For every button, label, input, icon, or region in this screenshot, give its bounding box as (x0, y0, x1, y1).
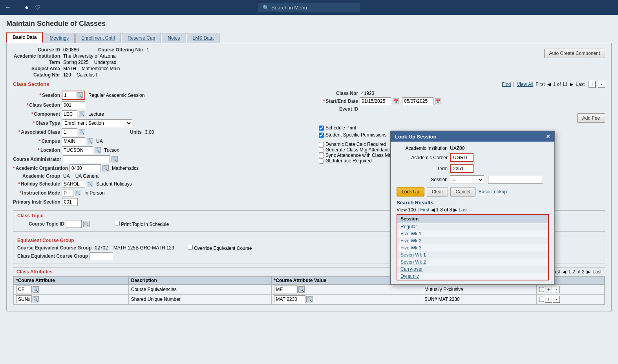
assoc-class-input[interactable] (62, 128, 77, 136)
tab-basic-data[interactable]: Basic Data (6, 32, 43, 43)
location-type: Tucson (104, 147, 119, 153)
start-date-input[interactable] (360, 97, 391, 105)
class-type-select[interactable]: Enrollment Section Non-Enrollment Sectio… (62, 119, 132, 127)
session-type: Regular Academic Session (88, 93, 144, 98)
primary-instr-input[interactable] (62, 198, 78, 206)
results-first[interactable]: First (420, 207, 429, 213)
term-type: Undergrad (94, 60, 117, 65)
holiday-lookup-icon[interactable]: 🔍 (87, 181, 93, 187)
sync-attendance-checkbox[interactable] (319, 153, 324, 158)
add-section-btn[interactable]: + (589, 81, 596, 88)
component-input[interactable] (62, 110, 77, 118)
result-link-6[interactable]: Carry-over (400, 266, 423, 272)
location-lookup-icon[interactable]: 🔍 (95, 147, 101, 153)
popup-close-icon[interactable]: ✕ (546, 133, 550, 140)
result-link-0[interactable]: Regular (400, 224, 417, 229)
component-lookup-icon[interactable]: 🔍 (79, 111, 85, 117)
session-lookup-icon[interactable]: 🔍 (77, 92, 83, 98)
academic-org-lookup-icon[interactable]: 🔍 (102, 165, 109, 171)
class-equiv-input[interactable] (90, 252, 113, 260)
override-equiv-checkbox[interactable] (188, 245, 193, 250)
attr-value-desc-1: SUN# MAT 2230 (422, 295, 537, 304)
tab-reserve-cap[interactable]: Reserve Cap (122, 33, 161, 43)
result-row-4[interactable]: Seven Wk 1 (397, 251, 548, 258)
attr-value-lookup-1[interactable]: 🔍 (306, 296, 313, 302)
attr-lookup-1[interactable]: 🔍 (33, 296, 39, 302)
course-admin-lookup-icon[interactable]: 🔍 (112, 156, 118, 162)
academic-org-input[interactable] (69, 164, 101, 172)
clear-btn[interactable]: Clear (427, 187, 448, 197)
cancel-btn[interactable]: Cancel (450, 187, 475, 197)
result-row-2[interactable]: Five Wk 2 (397, 237, 548, 244)
campus-lookup-icon[interactable]: 🔍 (87, 138, 93, 144)
remove-section-btn[interactable]: - (598, 81, 605, 88)
add-attr-btn-1[interactable]: + (545, 296, 552, 303)
popup-session-input[interactable] (488, 176, 543, 184)
schedule-print-checkbox[interactable] (319, 126, 324, 131)
result-link-7[interactable]: Dynamic (400, 273, 419, 279)
result-row-6[interactable]: Carry-over (397, 266, 548, 273)
start-date-calendar-icon[interactable]: 📅 (393, 98, 399, 104)
print-topic-checkbox[interactable] (115, 221, 120, 226)
remove-attr-btn-1[interactable]: - (553, 296, 560, 303)
add-attr-btn-0[interactable]: + (545, 286, 552, 293)
end-date-calendar-icon[interactable]: 📅 (435, 98, 441, 104)
class-type-label: Class Type (13, 120, 60, 126)
view-all-link[interactable]: View All (517, 82, 533, 87)
attr-value-desc-0: Mutually Exclusive (422, 285, 537, 295)
result-row-5[interactable]: Seven Wk 2 (397, 258, 548, 266)
generate-mtg-checkbox[interactable] (319, 147, 324, 153)
result-row-7[interactable]: Dynamic (397, 273, 548, 280)
attr-value-lookup-0[interactable]: 🔍 (298, 286, 305, 293)
attr-check-1[interactable] (539, 296, 544, 303)
course-admin-input[interactable] (63, 155, 110, 163)
instruction-mode-input[interactable] (62, 189, 73, 197)
session-label: Session (13, 93, 60, 98)
instruction-mode-lookup-icon[interactable]: 🔍 (75, 190, 81, 196)
attr-input-0[interactable] (16, 286, 32, 293)
result-row-3[interactable]: Five Wk 3 (397, 244, 548, 251)
tab-lms-data[interactable]: LMS Data (187, 33, 219, 43)
attr-page-info: 1-2 of 2 (569, 269, 585, 275)
result-link-2[interactable]: Five Wk 2 (400, 238, 421, 244)
lookup-btn[interactable]: Look Up (397, 187, 424, 197)
campus-input[interactable] (62, 137, 85, 145)
attr-value-input-1[interactable] (274, 295, 305, 303)
location-input[interactable] (62, 146, 93, 154)
result-link-3[interactable]: Five Wk 3 (400, 245, 421, 251)
tab-enrollment-cntrl[interactable]: Enrollment Cntrl (75, 33, 121, 43)
result-link-4[interactable]: Seven Wk 1 (400, 252, 426, 258)
popup-session-operator[interactable]: = begins with contains (450, 175, 484, 184)
remove-attr-btn-0[interactable]: - (553, 286, 560, 293)
topic-id-lookup-icon[interactable]: 🔍 (83, 221, 90, 227)
history-icon[interactable]: ● (25, 4, 29, 11)
holiday-input[interactable] (62, 180, 85, 188)
result-link-5[interactable]: Seven Wk 2 (400, 259, 426, 265)
result-row-0[interactable]: Regular (397, 223, 548, 230)
basic-lookup-btn[interactable]: Basic Lookup (478, 187, 508, 197)
result-link-1[interactable]: Five Wk 1 (400, 231, 421, 237)
topic-id-input[interactable] (66, 220, 82, 228)
attr-check-0[interactable] (539, 286, 544, 293)
back-icon[interactable]: ← (5, 4, 11, 11)
attr-input-1[interactable] (16, 295, 32, 303)
result-row-1[interactable]: Five Wk 1 (397, 230, 548, 237)
assoc-class-lookup-icon[interactable]: 🔍 (79, 129, 85, 135)
add-fee-button[interactable]: Add Fee (577, 113, 605, 123)
tab-notes[interactable]: Notes (162, 33, 186, 43)
auto-create-button[interactable]: Auto Create Component (544, 49, 605, 58)
favorites-icon[interactable]: ♡ (35, 4, 40, 11)
dynamic-date-checkbox[interactable] (319, 142, 324, 147)
class-section-input[interactable] (62, 101, 85, 109)
tab-meetings[interactable]: Meetings (44, 33, 75, 43)
attr-lookup-0[interactable]: 🔍 (33, 286, 39, 293)
find-link[interactable]: Find (502, 82, 511, 87)
session-input[interactable] (64, 93, 76, 98)
nav-first: First (536, 82, 545, 87)
gl-interface-checkbox[interactable] (319, 158, 324, 164)
attr-value-input-0[interactable] (274, 286, 298, 293)
end-date-input[interactable] (402, 97, 433, 105)
results-last[interactable]: Last (459, 207, 468, 213)
search-bar[interactable]: 🔍 Search in Menu (258, 3, 360, 12)
student-permissions-checkbox[interactable] (319, 133, 324, 138)
